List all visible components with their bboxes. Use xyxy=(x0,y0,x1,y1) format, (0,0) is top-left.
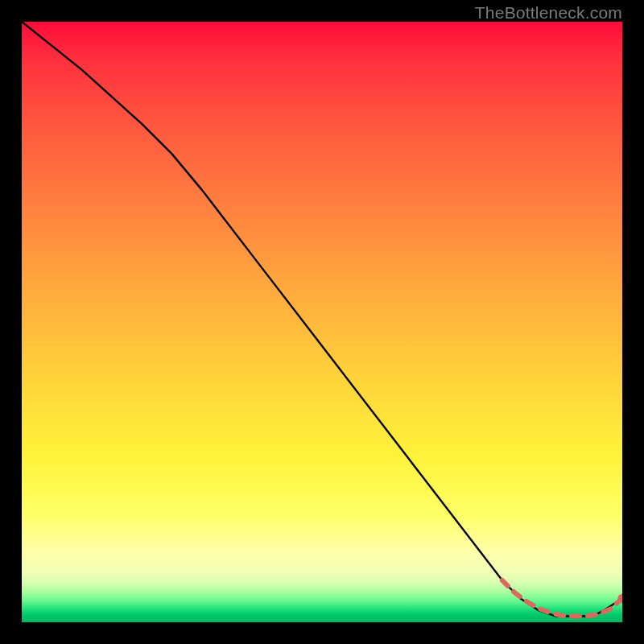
chart-gradient-background xyxy=(22,22,622,622)
chart-stage: TheBottleneck.com xyxy=(0,0,644,644)
watermark-text: TheBottleneck.com xyxy=(475,3,622,23)
